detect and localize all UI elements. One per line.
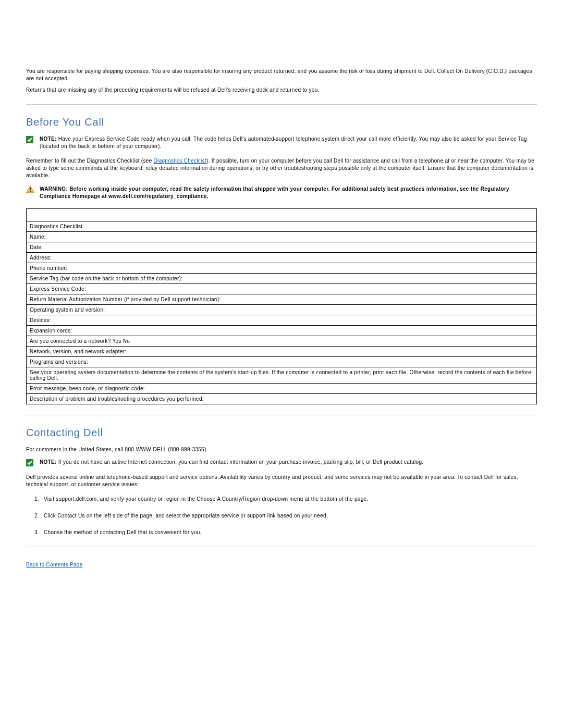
diagnostics-checklist-link[interactable]: Diagnostics Checklist (154, 158, 206, 164)
contact-p2: Dell provides several online and telepho… (26, 474, 537, 488)
table-row: Date: (27, 242, 537, 253)
table-row: Phone number: (27, 263, 537, 274)
heading-before-you-call: Before You Call (26, 116, 537, 128)
table-row: Express Service Code: (27, 284, 537, 294)
svg-rect-2 (30, 188, 31, 190)
table-row: Address: (27, 253, 537, 263)
intro-paragraph-2: Returns that are missing any of the prec… (26, 87, 537, 94)
warning-label: WARNING: (40, 186, 68, 192)
intro-paragraph-1: You are responsible for paying shipping … (26, 68, 537, 82)
contact-p1: For customers in the United States, call… (26, 446, 537, 453)
table-row: Return Material Authorization Number (if… (27, 294, 537, 305)
warning-body: Before working inside your computer, rea… (40, 186, 509, 199)
page-content: You are responsible for paying shipping … (26, 68, 537, 567)
note-icon (26, 136, 35, 143)
table-row: Name: (27, 232, 537, 242)
svg-rect-0 (26, 136, 33, 143)
table-row: Network, version, and network adapter: (27, 347, 537, 357)
list-item: Click Contact Us on the left side of the… (41, 512, 537, 520)
para-pre: Remember to fill out the Diagnostics Che… (26, 158, 154, 164)
note-label: NOTE: (40, 459, 57, 465)
table-row: Service Tag (bar code on the back or bot… (27, 274, 537, 284)
contact-steps: Visit support.dell.com, and verify your … (41, 496, 537, 536)
table-row: See your operating system documentation … (27, 367, 537, 384)
table-row: Operating system and version: (27, 305, 537, 315)
svg-rect-3 (30, 191, 31, 192)
warning-block: WARNING: Before working inside your comp… (26, 186, 537, 200)
table-row: Diagnostics Checklist (27, 221, 537, 232)
before-call-paragraph: Remember to fill out the Diagnostics Che… (26, 157, 537, 179)
list-item: Visit support.dell.com, and verify your … (41, 496, 537, 503)
divider (26, 547, 537, 547)
warning-text: WARNING: Before working inside your comp… (40, 186, 537, 200)
table-row: Are you connected to a network? Yes No (27, 336, 537, 347)
note-body: Have your Express Service Code ready whe… (40, 136, 527, 149)
heading-contacting-dell: Contacting Dell (26, 427, 537, 439)
list-item: Choose the method of contacting Dell tha… (41, 529, 537, 536)
svg-rect-4 (26, 459, 33, 466)
table-row: Error message, beep code, or diagnostic … (27, 384, 537, 394)
table-row: Devices: (27, 315, 537, 326)
note-text: NOTE: Have your Express Service Code rea… (40, 135, 537, 150)
divider (26, 104, 537, 105)
note-body: If you do not have an active Internet co… (57, 459, 424, 465)
table-row: Expansion cards: (27, 326, 537, 336)
note-block: NOTE: If you do not have an active Inter… (26, 459, 537, 466)
note-icon (26, 459, 35, 466)
note-label: NOTE: (40, 136, 57, 142)
warning-icon (26, 186, 35, 193)
table-row: Description of problem and troubleshooti… (27, 394, 537, 404)
diagnostics-checklist-table: Diagnostics Checklist Name: Date: Addres… (26, 208, 537, 404)
divider (26, 415, 537, 415)
note-text: NOTE: If you do not have an active Inter… (40, 459, 537, 466)
table-row: Programs and versions: (27, 357, 537, 367)
back-to-contents-link[interactable]: Back to Contents Page (26, 562, 83, 567)
table-spacer-cell (27, 209, 537, 221)
note-block: NOTE: Have your Express Service Code rea… (26, 135, 537, 150)
